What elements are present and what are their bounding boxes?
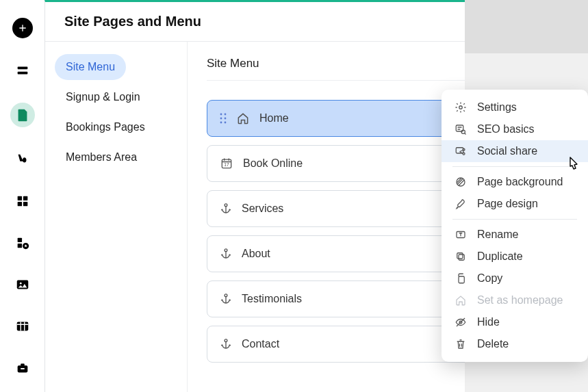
page-label: Services (242, 202, 283, 215)
menu-item-seo[interactable]: SEO basics (442, 118, 588, 140)
menu-label: Hide (477, 316, 500, 328)
svg-point-15 (225, 114, 227, 116)
trash-icon (454, 338, 468, 350)
rename-icon (454, 228, 468, 241)
menu-item-duplicate[interactable]: Duplicate (442, 246, 588, 267)
svg-point-30 (459, 106, 463, 109)
menu-label: Delete (477, 338, 509, 350)
page-label: About (242, 248, 270, 260)
seo-icon (454, 123, 468, 135)
context-menu: Settings SEO basics Social share Page ba… (442, 90, 588, 362)
menu-item-settings[interactable]: Settings (442, 96, 588, 118)
svg-point-26 (225, 204, 227, 207)
svg-point-18 (220, 122, 222, 124)
menu-item-set-homepage: Set as homepage (442, 289, 588, 311)
menu-item-social-share[interactable]: Social share (442, 140, 588, 162)
svg-rect-7 (17, 244, 21, 248)
svg-rect-6 (17, 238, 21, 242)
menu-label: Page design (477, 198, 538, 210)
svg-rect-4 (17, 202, 21, 206)
anchor-icon (220, 202, 232, 215)
sidebar-item-label: Bookings Pages (66, 121, 145, 133)
svg-rect-40 (459, 276, 464, 283)
svg-rect-10 (16, 322, 28, 331)
menu-item-rename[interactable]: Rename (442, 224, 588, 246)
svg-point-16 (220, 118, 222, 120)
copy-icon (454, 272, 468, 285)
sidebar-item-label: Members Area (66, 151, 137, 163)
svg-point-29 (225, 339, 227, 342)
page-label: Testimonials (242, 293, 302, 305)
hatch-icon (454, 176, 468, 188)
menu-label: SEO basics (477, 123, 535, 135)
gear-icon (454, 101, 468, 114)
design-icon[interactable] (13, 150, 32, 169)
home-icon (454, 294, 468, 306)
svg-rect-38 (459, 254, 464, 260)
panel-title: Site Pages and Menu (64, 14, 201, 29)
sidebar-item-signup-login[interactable]: Signup & Login (55, 84, 151, 110)
sidebar-item-members[interactable]: Members Area (55, 144, 148, 170)
svg-rect-39 (457, 253, 463, 259)
anchor-icon (220, 248, 232, 260)
anchor-icon (220, 338, 232, 350)
menu-item-page-design[interactable]: Page design (442, 193, 588, 215)
svg-rect-13 (21, 368, 25, 369)
sidebar-item-label: Site Menu (66, 61, 115, 73)
svg-point-35 (463, 148, 465, 151)
page-label: Contact (242, 338, 279, 350)
svg-rect-2 (17, 196, 21, 200)
svg-point-34 (463, 153, 465, 155)
svg-point-27 (225, 249, 227, 252)
svg-rect-12 (21, 364, 25, 367)
svg-rect-0 (17, 67, 27, 70)
hide-icon (454, 316, 468, 328)
anchor-icon (220, 293, 232, 305)
menu-item-page-background[interactable]: Page background (442, 171, 588, 193)
business-icon[interactable] (13, 358, 32, 378)
svg-point-28 (225, 294, 227, 297)
svg-point-9 (19, 283, 21, 285)
menu-label: Duplicate (477, 250, 523, 263)
menu-item-copy[interactable]: Copy (442, 267, 588, 289)
pages-panel-icon[interactable] (10, 103, 35, 127)
svg-point-19 (225, 122, 227, 124)
home-icon (236, 112, 250, 125)
sidebar-item-site-menu[interactable]: Site Menu (55, 54, 126, 80)
page-label: Book Online (243, 157, 303, 170)
svg-point-14 (220, 114, 222, 116)
sidebar-item-bookings[interactable]: Bookings Pages (55, 114, 156, 140)
sidebar: Site Menu Signup & Login Bookings Pages … (45, 42, 188, 392)
menu-label: Social share (477, 145, 537, 157)
social-icon (454, 145, 468, 157)
section-title: Site Menu (207, 57, 259, 70)
menu-label: Page background (477, 176, 563, 188)
sidebar-item-label: Signup & Login (66, 91, 140, 103)
menu-label: Rename (477, 228, 518, 241)
drag-handle-icon[interactable] (220, 113, 227, 124)
brush-icon (454, 198, 468, 210)
add-icon[interactable] (12, 18, 33, 38)
apps-icon[interactable] (13, 192, 32, 211)
media-icon[interactable] (13, 275, 32, 294)
settings-icon[interactable] (13, 233, 32, 252)
menu-label: Set as homepage (477, 294, 563, 306)
menu-item-delete[interactable]: Delete (442, 333, 588, 355)
svg-text:17: 17 (224, 162, 229, 167)
page-label: Home (259, 112, 289, 125)
svg-point-17 (225, 118, 227, 120)
left-rail (0, 0, 44, 392)
calendar-icon: 17 (220, 157, 233, 170)
svg-rect-5 (23, 202, 27, 206)
svg-rect-1 (17, 72, 27, 75)
duplicate-icon (454, 250, 468, 263)
menu-item-hide[interactable]: Hide (442, 311, 588, 333)
menu-label: Copy (477, 272, 502, 285)
svg-rect-3 (23, 196, 27, 200)
menu-label: Settings (477, 101, 517, 114)
page-icon[interactable] (13, 61, 32, 80)
data-icon[interactable] (13, 317, 32, 336)
